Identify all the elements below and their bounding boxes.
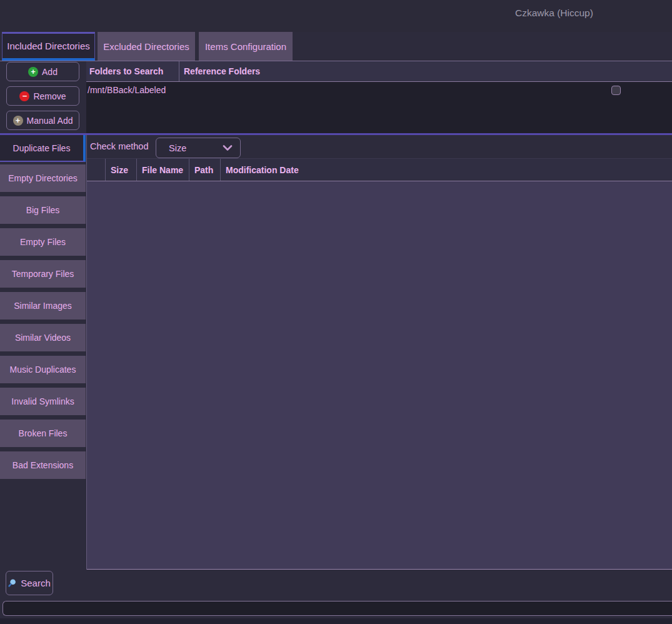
minus-circle-icon: − [19, 91, 29, 101]
plus-circle-icon: + [13, 116, 23, 126]
directories-table: Folders to Search Reference Folders /mnt… [86, 61, 672, 133]
tab-included-directories[interactable]: Included Directories [2, 32, 95, 61]
results-table-body [87, 181, 672, 570]
sidebar-item-big-files[interactable]: Big Files [0, 196, 86, 224]
sidebar-item-similar-images[interactable]: Similar Images [0, 292, 86, 320]
check-method-label: Check method [90, 141, 149, 151]
chevron-down-icon [223, 145, 233, 151]
add-directory-button[interactable]: + Add [6, 62, 79, 81]
add-button-label: Add [42, 67, 58, 77]
search-button[interactable]: Search [6, 571, 53, 595]
sidebar-item-duplicate-files[interactable]: Duplicate Files [0, 135, 86, 162]
check-method-row: Check method Size [87, 135, 672, 159]
sidebar-item-similar-videos[interactable]: Similar Videos [0, 324, 86, 351]
tool-sidebar: Duplicate Files Empty Directories Big Fi… [0, 135, 86, 570]
sidebar-item-music-duplicates[interactable]: Music Duplicates [0, 356, 86, 383]
duplicate-files-panel: Check method Size Size File Name Path Mo… [86, 135, 672, 570]
reference-folder-checkbox[interactable] [611, 86, 621, 95]
tab-excluded-directories[interactable]: Excluded Directories [98, 32, 195, 61]
footer: Search [0, 570, 672, 624]
directory-row-path[interactable]: /mnt/BBack/Labeled [88, 85, 166, 95]
column-header-reference-folders: Reference Folders [179, 61, 672, 81]
top-tab-bar: Included Directories Excluded Directorie… [0, 32, 672, 61]
column-header-blank [87, 159, 105, 181]
remove-button-label: Remove [33, 91, 66, 101]
window-title: Czkawka (Hiccup) [515, 8, 593, 19]
search-icon [8, 579, 16, 587]
sidebar-item-invalid-symlinks[interactable]: Invalid Symlinks [0, 388, 86, 415]
plus-circle-icon: + [28, 67, 38, 77]
directories-table-header: Folders to Search Reference Folders [86, 61, 672, 82]
sidebar-item-temporary-files[interactable]: Temporary Files [0, 260, 86, 288]
title-bar: Czkawka (Hiccup) [0, 0, 672, 32]
status-text-area [3, 601, 672, 616]
column-header-path: Path [189, 159, 220, 181]
directories-table-body: /mnt/BBack/Labeled [86, 82, 672, 133]
check-method-select[interactable]: Size [156, 138, 241, 158]
sidebar-item-empty-directories[interactable]: Empty Directories [0, 164, 86, 192]
tab-items-configuration[interactable]: Items Configuration [199, 32, 293, 61]
bottom-strip [0, 618, 672, 624]
sidebar-item-empty-files[interactable]: Empty Files [0, 228, 86, 256]
search-button-label: Search [21, 578, 51, 588]
sidebar-item-broken-files[interactable]: Broken Files [0, 420, 86, 447]
manual-add-button-label: Manual Add [27, 116, 73, 126]
check-method-value: Size [169, 143, 186, 153]
column-header-folders-to-search: Folders to Search [86, 61, 179, 81]
column-header-file-name: File Name [136, 159, 189, 181]
results-table-header: Size File Name Path Modification Date [87, 159, 672, 181]
remove-directory-button[interactable]: − Remove [6, 86, 79, 106]
manual-add-directory-button[interactable]: + Manual Add [6, 111, 79, 130]
column-header-modification-date: Modification Date [220, 159, 672, 181]
column-header-size: Size [105, 159, 136, 181]
directories-section: + Add − Remove + Manual Add Folders to S… [0, 61, 672, 133]
sidebar-item-bad-extensions[interactable]: Bad Extensions [0, 451, 86, 479]
